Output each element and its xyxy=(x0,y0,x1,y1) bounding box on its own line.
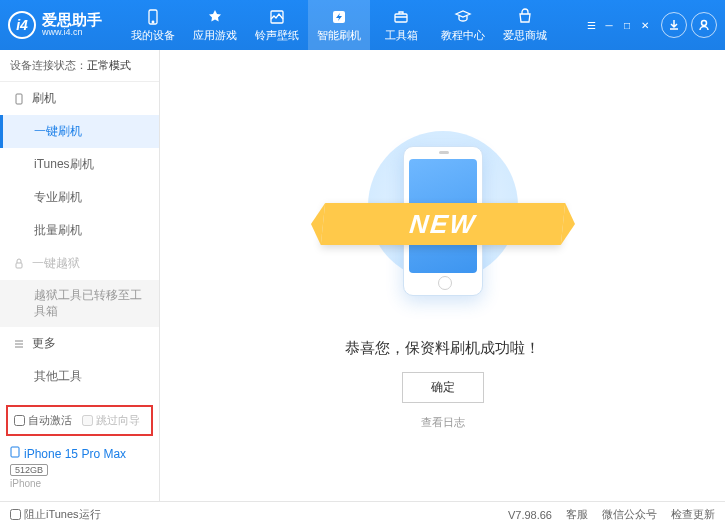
nav-apps-games[interactable]: 应用游戏 xyxy=(184,0,246,50)
user-button[interactable] xyxy=(691,12,717,38)
nav-smart-flash[interactable]: 智能刷机 xyxy=(308,0,370,50)
toolbox-icon xyxy=(392,8,410,26)
footer-link-wechat[interactable]: 微信公众号 xyxy=(602,507,657,522)
checkbox-block-itunes[interactable]: 阻止iTunes运行 xyxy=(10,507,101,522)
checkbox-skip-setup[interactable]: 跳过向导 xyxy=(82,413,140,428)
main-content: NEW 恭喜您，保资料刷机成功啦！ 确定 查看日志 xyxy=(160,50,725,501)
device-info[interactable]: iPhone 15 Pro Max 512GB iPhone xyxy=(0,440,159,495)
nav-tutorials[interactable]: 教程中心 xyxy=(432,0,494,50)
checkbox-auto-activate[interactable]: 自动激活 xyxy=(14,413,72,428)
svg-point-5 xyxy=(702,21,707,26)
sidebar-section-jailbreak[interactable]: 一键越狱 xyxy=(0,247,159,280)
sidebar-section-flash[interactable]: 刷机 xyxy=(0,82,159,115)
app-url: www.i4.cn xyxy=(42,28,102,38)
sidebar-item-itunes-flash[interactable]: iTunes刷机 xyxy=(0,148,159,181)
app-logo: i4 爱思助手 www.i4.cn xyxy=(8,11,102,39)
minimize-button[interactable]: ─ xyxy=(601,18,617,32)
maximize-button[interactable]: □ xyxy=(619,18,635,32)
store-icon xyxy=(516,8,534,26)
device-phone-icon xyxy=(10,446,20,461)
success-illustration: NEW xyxy=(348,121,538,321)
more-icon xyxy=(12,337,26,351)
options-box: 自动激活 跳过向导 xyxy=(6,405,153,436)
sidebar-item-one-click-flash[interactable]: 一键刷机 xyxy=(0,115,159,148)
footer: 阻止iTunes运行 V7.98.66 客服 微信公众号 检查更新 xyxy=(0,501,725,527)
device-type: iPhone xyxy=(10,478,149,489)
sidebar-item-pro-flash[interactable]: 专业刷机 xyxy=(0,181,159,214)
ok-button[interactable]: 确定 xyxy=(402,372,484,403)
svg-point-1 xyxy=(152,21,154,23)
svg-rect-6 xyxy=(16,94,22,104)
ringtone-icon xyxy=(268,8,286,26)
nav-toolbox[interactable]: 工具箱 xyxy=(370,0,432,50)
svg-rect-8 xyxy=(11,447,19,457)
close-button[interactable]: ✕ xyxy=(637,18,653,32)
app-header: i4 爱思助手 www.i4.cn 我的设备 应用游戏 铃声壁纸 智能刷机 工具… xyxy=(0,0,725,50)
device-status: 设备连接状态：正常模式 xyxy=(0,50,159,82)
logo-icon: i4 xyxy=(8,11,36,39)
top-nav: 我的设备 应用游戏 铃声壁纸 智能刷机 工具箱 教程中心 爱思商城 xyxy=(122,0,583,50)
svg-rect-4 xyxy=(395,14,407,22)
lock-icon xyxy=(12,257,26,271)
nav-my-device[interactable]: 我的设备 xyxy=(122,0,184,50)
download-button[interactable] xyxy=(661,12,687,38)
nav-ringtone-wallpaper[interactable]: 铃声壁纸 xyxy=(246,0,308,50)
view-log-link[interactable]: 查看日志 xyxy=(421,415,465,430)
footer-link-support[interactable]: 客服 xyxy=(566,507,588,522)
version-text: V7.98.66 xyxy=(508,509,552,521)
app-title: 爱思助手 xyxy=(42,12,102,29)
nav-store[interactable]: 爱思商城 xyxy=(494,0,556,50)
svg-rect-7 xyxy=(16,263,22,268)
flash-icon xyxy=(330,8,348,26)
device-icon xyxy=(144,8,162,26)
device-storage-badge: 512GB xyxy=(10,464,48,476)
sidebar-item-other-tools[interactable]: 其他工具 xyxy=(0,360,159,393)
phone-icon xyxy=(12,92,26,106)
tutorial-icon xyxy=(454,8,472,26)
apps-icon xyxy=(206,8,224,26)
footer-link-check-update[interactable]: 检查更新 xyxy=(671,507,715,522)
menu-icon[interactable]: ☰ xyxy=(583,18,599,32)
sidebar-item-batch-flash[interactable]: 批量刷机 xyxy=(0,214,159,247)
success-message: 恭喜您，保资料刷机成功啦！ xyxy=(345,339,540,358)
header-right: ☰ ─ □ ✕ xyxy=(583,12,717,38)
sidebar-section-more[interactable]: 更多 xyxy=(0,327,159,360)
new-banner: NEW xyxy=(320,203,564,245)
sidebar: 设备连接状态：正常模式 刷机 一键刷机 iTunes刷机 专业刷机 批量刷机 一… xyxy=(0,50,160,501)
sidebar-item-jailbreak-note: 越狱工具已转移至工具箱 xyxy=(0,280,159,327)
